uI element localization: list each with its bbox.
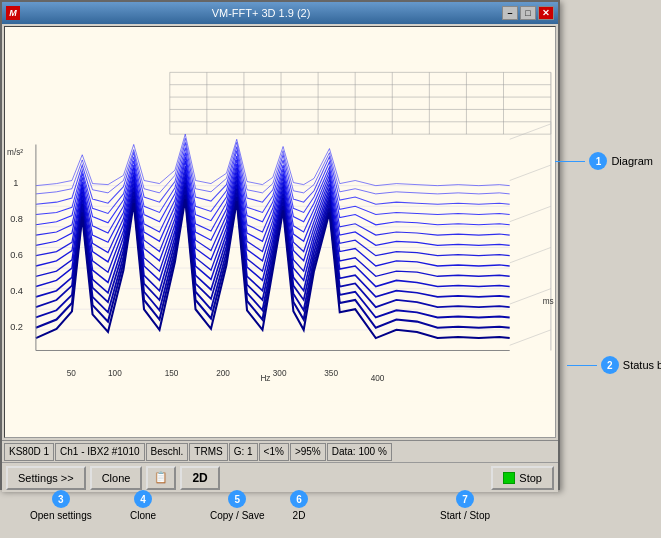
svg-text:m/s²: m/s²: [7, 148, 23, 157]
svg-text:50: 50: [67, 369, 77, 378]
open-settings-label: Open settings: [30, 510, 92, 521]
diagram-callout-label: Diagram: [611, 155, 653, 167]
maximize-button[interactable]: □: [520, 6, 536, 20]
statusbar-callout: 2 Status bar: [567, 356, 661, 374]
window-title: VM-FFT+ 3D 1.9 (2): [20, 7, 502, 19]
clone-label: Clone: [130, 510, 156, 521]
status-pct-high: >95%: [290, 443, 326, 461]
stop-button[interactable]: Stop: [491, 466, 554, 490]
toolbar: Settings >> Clone 📋 2D Stop: [2, 462, 558, 492]
minimize-button[interactable]: –: [502, 6, 518, 20]
window: M VM-FFT+ 3D 1.9 (2) – □ ✕: [0, 0, 560, 490]
svg-text:300: 300: [273, 369, 287, 378]
svg-text:0.6: 0.6: [10, 250, 23, 260]
copy-icon: 📋: [154, 471, 168, 484]
status-mode: Beschl.: [146, 443, 189, 461]
status-data: Data: 100 %: [327, 443, 392, 461]
open-settings-callout: 3 Open settings: [30, 490, 92, 521]
start-stop-label: Start / Stop: [440, 510, 490, 521]
svg-text:100: 100: [108, 369, 122, 378]
settings-button[interactable]: Settings >>: [6, 466, 86, 490]
copy-button[interactable]: 📋: [146, 466, 176, 490]
chart-svg: 80 70 60 50 40 30 ms m/s² 1 0.8 0.6 0.4 …: [5, 27, 555, 437]
svg-text:150: 150: [165, 369, 179, 378]
callout-circle-2: 2: [601, 356, 619, 374]
2d-callout: 6 2D: [290, 490, 308, 521]
copy-save-callout: 5 Copy / Save: [210, 490, 264, 521]
status-trms: TRMS: [189, 443, 227, 461]
2d-label: 2D: [293, 510, 306, 521]
2d-button[interactable]: 2D: [180, 466, 219, 490]
svg-text:ms: ms: [543, 297, 554, 306]
svg-text:Hz: Hz: [260, 374, 270, 383]
svg-text:0.4: 0.4: [10, 286, 23, 296]
bottom-annotations: 3 Open settings 4 Clone 5 Copy / Save 6 …: [0, 490, 560, 538]
chart-container: 80 70 60 50 40 30 ms m/s² 1 0.8 0.6 0.4 …: [4, 26, 556, 438]
clone-button[interactable]: Clone: [90, 466, 143, 490]
app-window: M VM-FFT+ 3D 1.9 (2) – □ ✕: [0, 0, 661, 538]
svg-text:0.8: 0.8: [10, 214, 23, 224]
status-bar: KS80D 1 Ch1 - IBX2 #1010 Beschl. TRMS G:…: [2, 440, 558, 462]
clone-callout: 4 Clone: [130, 490, 156, 521]
svg-text:0.2: 0.2: [10, 322, 23, 332]
svg-text:200: 200: [216, 369, 230, 378]
status-channel: Ch1 - IBX2 #1010: [55, 443, 145, 461]
copy-save-label: Copy / Save: [210, 510, 264, 521]
title-bar: M VM-FFT+ 3D 1.9 (2) – □ ✕: [2, 2, 558, 24]
status-gain: G: 1: [229, 443, 258, 461]
status-device: KS80D 1: [4, 443, 54, 461]
svg-text:400: 400: [371, 374, 385, 383]
window-controls: – □ ✕: [502, 6, 554, 20]
diagram-callout: 1 Diagram: [555, 152, 653, 170]
app-logo-icon: M: [6, 6, 20, 20]
close-button[interactable]: ✕: [538, 6, 554, 20]
title-bar-left: M: [6, 6, 20, 20]
status-pct-low: <1%: [259, 443, 289, 461]
svg-text:1: 1: [13, 178, 18, 188]
start-stop-callout: 7 Start / Stop: [440, 490, 490, 521]
statusbar-callout-label: Status bar: [623, 359, 661, 371]
callout-circle-1: 1: [589, 152, 607, 170]
stop-label: Stop: [519, 472, 542, 484]
stop-indicator: [503, 472, 515, 484]
svg-text:350: 350: [324, 369, 338, 378]
